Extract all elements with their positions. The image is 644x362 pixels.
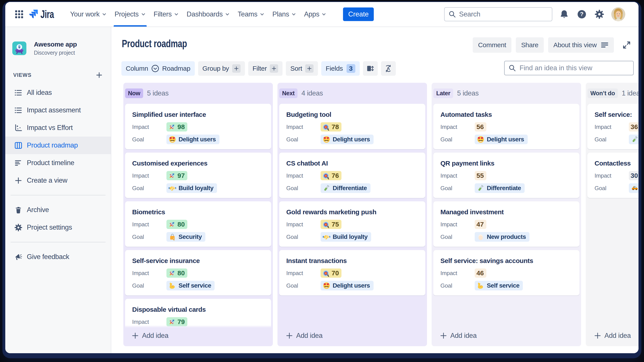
biceps-emoji-icon <box>477 282 484 289</box>
nav-item-label: Teams <box>238 10 258 18</box>
goal-chip: Differentiate <box>320 183 370 193</box>
nav-item-your-work[interactable]: Your work <box>70 2 107 26</box>
column-idea-count: 5 ideas <box>457 89 479 97</box>
impact-row: Impact78 <box>286 122 418 132</box>
filter-chip[interactable]: Filter <box>248 61 283 76</box>
idea-card[interactable]: Instant transactionsImpact70GoalDelight … <box>279 250 425 296</box>
goal-label: Goal <box>132 185 166 192</box>
idea-card[interactable]: CS chatbot AIImpact76GoalDifferentiate <box>279 153 425 198</box>
idea-card-title: Budgeting tool <box>286 110 418 119</box>
sidebar-item-label: Archive <box>27 206 49 214</box>
plus-icon <box>232 64 240 73</box>
nav-item-apps[interactable]: Apps <box>304 2 326 26</box>
row-height-chip[interactable] <box>363 61 378 76</box>
column-selector-chip[interactable]: Column Roadmap <box>121 61 195 76</box>
add-idea-button[interactable]: Add idea <box>125 329 271 343</box>
goal-row: GoalBuild loyalty <box>286 232 418 242</box>
help-icon[interactable]: ? <box>577 9 586 19</box>
project-type: Discovery project <box>34 50 77 56</box>
sidebar-item-project-settings[interactable]: Project settings <box>5 219 111 236</box>
fields-chip[interactable]: Fields 3 <box>321 61 360 76</box>
goal-value: Differentiate <box>487 185 521 192</box>
impact-row: Impact70 <box>286 268 418 278</box>
goal-row: GoalSecurity <box>132 232 264 242</box>
add-idea-button[interactable]: Add idea <box>279 329 425 343</box>
idea-card[interactable]: Self service: savings accountsImpact46Go… <box>433 250 579 296</box>
create-button[interactable]: Create <box>343 7 374 21</box>
sort-chip[interactable]: Sort <box>286 61 318 76</box>
jira-logo[interactable]: Jira <box>28 8 54 21</box>
nav-item-dashboards[interactable]: Dashboards <box>187 2 230 26</box>
idea-card[interactable]: Automated tasksImpact56GoalDelight users <box>433 104 579 149</box>
sidebar-item-create-a-view[interactable]: Create a view <box>5 172 111 189</box>
group-by-chip[interactable]: Group by <box>198 61 245 76</box>
expand-icon[interactable] <box>622 40 632 50</box>
impact-label: Impact <box>286 124 320 130</box>
idea-card[interactable]: ContactlessImpact30Goal3 <box>588 153 638 198</box>
notifications-bell-icon[interactable] <box>559 9 569 19</box>
global-search-input[interactable]: Search <box>444 7 552 21</box>
impact-label: Impact <box>132 319 166 325</box>
about-view-button[interactable]: About this view <box>548 37 614 53</box>
idea-card-title: Customised experiences <box>132 159 264 168</box>
sidebar-item-give-feedback[interactable]: Give feedback <box>5 248 111 266</box>
idea-card[interactable]: BiometricsImpact80GoalSecurity <box>125 201 271 247</box>
add-idea-label: Add idea <box>296 332 322 340</box>
sidebar-item-impact-assesment[interactable]: Impact assesment <box>5 101 111 119</box>
idea-card[interactable]: Simplified user interfaceImpact98GoalDel… <box>125 104 271 149</box>
impact-label: Impact <box>440 270 475 277</box>
settings-gear-icon[interactable] <box>594 9 604 19</box>
about-view-button-label: About this view <box>554 41 597 49</box>
idea-card[interactable]: Budgeting toolImpact78GoalDelight users <box>279 104 425 149</box>
sidebar-item-product-timeline[interactable]: Product timeline <box>5 154 111 172</box>
views-row: VIEWS <box>13 71 103 79</box>
impact-value-badge: 56 <box>475 122 486 132</box>
idea-card[interactable]: Self-service insuranceImpact80GoalSelf s… <box>125 250 271 296</box>
sidebar-item-impact-vs-effort[interactable]: Impact vs Effort <box>5 119 111 137</box>
board-toolbar: Column Roadmap Group by <box>112 55 638 77</box>
add-view-icon[interactable] <box>96 71 103 79</box>
nav-item-teams[interactable]: Teams <box>238 2 264 26</box>
nav-item-plans[interactable]: Plans <box>272 2 296 26</box>
goal-row: GoalSelf service <box>132 281 264 290</box>
goal-chip: Build loyalty <box>320 232 371 242</box>
impact-label: Impact <box>132 270 166 277</box>
chevron-down-icon <box>291 12 296 17</box>
column-cards: Automated tasksImpact56GoalDelight users… <box>433 104 579 329</box>
idea-card[interactable]: Gold rewards marketing pushImpact75GoalB… <box>279 201 425 247</box>
sidebar-item-archive[interactable]: Archive <box>5 201 111 219</box>
impact-value-badge: 36 <box>629 122 638 132</box>
nav-item-projects[interactable]: Projects <box>114 2 146 26</box>
add-idea-button[interactable]: Add idea <box>433 329 579 343</box>
share-button[interactable]: Share <box>516 37 544 53</box>
idea-card[interactable]: QR payment linksImpact55GoalDifferentiat… <box>433 153 579 198</box>
user-avatar[interactable] <box>611 7 625 21</box>
idea-card[interactable]: Customised experiencesImpact97GoalBuild … <box>125 153 271 198</box>
translate-chip[interactable]: A <box>381 61 396 76</box>
add-idea-button[interactable]: Add idea <box>588 329 638 343</box>
goal-value: Build loyalty <box>178 185 214 192</box>
impact-row: Impact56 <box>440 122 572 132</box>
impact-row: Impact46 <box>440 268 572 278</box>
idea-card-title: Self service: savings accounts <box>440 257 572 265</box>
column-idea-count: 5 ideas <box>147 89 169 97</box>
idea-card[interactable]: Disposable virtual cardsImpact79Goal <box>125 299 271 328</box>
sidebar-item-label: Create a view <box>27 177 67 184</box>
goal-chip: Delight users <box>320 281 374 290</box>
feedback-list: Give feedback <box>5 248 111 266</box>
comment-button[interactable]: Comment <box>473 37 512 53</box>
idea-card[interactable]: Self service:Impact36Goal <box>588 104 638 149</box>
impact-value: 80 <box>178 269 185 277</box>
list-icon <box>14 89 22 97</box>
find-idea-input[interactable]: Find an idea in this view <box>504 61 634 75</box>
impact-label: Impact <box>594 172 629 179</box>
sidebar: Awesome app Discovery project VIEWS All … <box>5 27 111 353</box>
idea-card[interactable]: Managed investmentImpact47GoalNew produc… <box>433 201 579 247</box>
fields-label: Fields <box>326 65 343 72</box>
nav-item-filters[interactable]: Filters <box>154 2 179 26</box>
sidebar-item-label: Project settings <box>27 223 72 231</box>
sidebar-item-product-roadmap[interactable]: Product roadmap <box>5 137 111 154</box>
app-switcher-icon[interactable] <box>15 10 23 18</box>
idea-card-title: Automated tasks <box>440 110 572 119</box>
sidebar-item-all-ideas[interactable]: All ideas <box>5 84 111 101</box>
